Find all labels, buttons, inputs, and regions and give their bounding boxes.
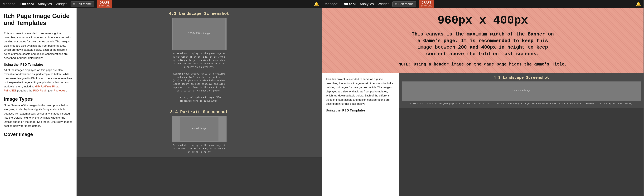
screenshot-2-desc-1: Screenshots display on the game page at … [173,144,226,153]
right-screenshot-1-title: 4:3 Landscape Screenshot [402,76,640,80]
left-draft-button[interactable]: DRAFT Secret URL [97,0,112,8]
image-types-paragraph: Note: Several of the images in the descr… [4,103,73,128]
banner-subtitle: This canvas is the maximum width of the … [410,31,555,57]
right-secret-url-label: Secret URL [421,5,432,7]
right-edit-theme-label: Edit theme [398,2,414,6]
left-widget-link[interactable]: Widget [56,2,67,6]
banner-main-title: 960px x 400px [438,14,528,27]
right-preview-body: This itch project is intended to serve a… [322,73,644,196]
gimp-link[interactable]: GIMP [35,85,42,88]
svg-text:1200×900px image: 1200×900px image [188,32,210,35]
left-panel: Manage: Edit tool Analytics Widget ✏ Edi… [0,0,322,196]
screenshot-1-desc: Screenshots display on the game page at … [172,52,226,103]
comma-2: , [59,85,60,88]
screenshot-2-title: 3:4 Portrait Screenshot [170,110,228,114]
requires-text: (requires the [17,89,33,92]
left-draft-label: DRAFT [100,1,110,4]
period: . [66,89,67,92]
using-psd-paragraph: All of the images displayed on this page… [4,68,73,93]
affinity-link[interactable]: Affinity Photo [43,85,59,88]
right-screenshot-card-landscape: 4:3 Landscape Screenshot Landscape image… [399,73,644,108]
right-draft-button[interactable]: DRAFT Secret URL [419,0,434,8]
right-screenshots-column: 4:3 Landscape Screenshot Landscape image… [399,73,644,196]
right-draft-label: DRAFT [422,1,431,4]
screenshot-2-desc: Screenshots display on the game page at … [172,144,226,154]
intro-paragraph: This itch project is intended to serve a… [4,31,73,60]
screenshot-card-landscape: 4:3 Landscape Screenshot 1200×900px imag… [76,8,322,106]
screenshot-1-title: 4:3 Landscape Screenshot [169,11,229,16]
left-screenshots-column: 4:3 Landscape Screenshot 1200×900px imag… [76,8,322,196]
left-edit-tool-link[interactable]: Edit tool [20,2,34,6]
screenshot-2-image: Portrait image [172,116,226,142]
left-edit-theme-label: Edit theme [76,2,92,6]
right-manage-label: Manage: [324,2,338,6]
screenshot-1-desc-3: The original uploaded image file display… [178,96,221,102]
right-text-column: This itch project is intended to serve a… [322,73,399,196]
cover-image-heading: Cover Image [4,132,73,137]
right-pencil-icon: ✏ [395,2,397,6]
screenshot-1-desc-2: Keeping your aspect ratio in a shallow l… [173,73,226,92]
right-topbar: Manage: Edit tool Analytics Widget ✏ Edi… [322,0,644,8]
left-secret-url-label: Secret URL [99,5,110,7]
photopea-link[interactable]: Photopea [54,89,66,92]
left-text-column: Itch Page Image Guide and Templates This… [0,8,76,196]
right-panel: Manage: Edit tool Analytics Widget ✏ Edi… [322,0,644,196]
using-psd-heading: Using the .PSD Templates [4,63,73,67]
banner-note: NOTE: Using a header image on the game p… [398,62,567,67]
left-edit-theme-button[interactable]: ✏ Edit theme [70,1,94,7]
screenshot-1-desc-1: Screenshots display on the game page at … [173,52,226,68]
right-bell-icon[interactable]: 🔔 [636,2,641,7]
left-manage-label: Manage: [2,2,16,6]
right-intro-paragraph: This itch project is intended to serve a… [326,77,396,106]
right-screenshot-1-image: Landscape image [402,81,640,101]
left-content: Itch Page Image Guide and Templates This… [0,8,322,196]
svg-text:Portrait image: Portrait image [192,127,206,130]
left-analytics-link[interactable]: Analytics [38,2,52,6]
image-types-heading: Image Types [4,96,73,102]
paint-link[interactable]: Paint.NET [4,89,16,92]
right-analytics-link[interactable]: Analytics [360,2,374,6]
left-bell-icon[interactable]: 🔔 [314,2,319,7]
page-title: Itch Page Image Guide and Templates [4,13,73,28]
screenshot-1-image: 1200×900px image [172,18,226,50]
right-panel-content: 960px x 400px This canvas is the maximum… [322,8,644,196]
right-widget-link[interactable]: Widget [378,2,388,6]
left-topbar: Manage: Edit tool Analytics Widget ✏ Edi… [0,0,322,8]
right-edit-tool-link[interactable]: Edit tool [342,2,356,6]
screenshot-card-portrait: 3:4 Portrait Screenshot Portrait image S… [76,106,322,157]
or-text: ), or [48,89,54,92]
left-pencil-icon: ✏ [73,2,76,6]
banner-area: 960px x 400px This canvas is the maximum… [322,8,644,73]
right-edit-theme-button[interactable]: ✏ Edit theme [392,1,416,7]
right-screenshot-1-desc: Screenshots display on the game page at … [402,102,640,105]
svg-text:Landscape image: Landscape image [512,89,530,92]
right-using-psd-heading: Using the .PSD Templates [326,109,396,112]
psd-plugin-link[interactable]: PSD Plugin [33,89,47,92]
